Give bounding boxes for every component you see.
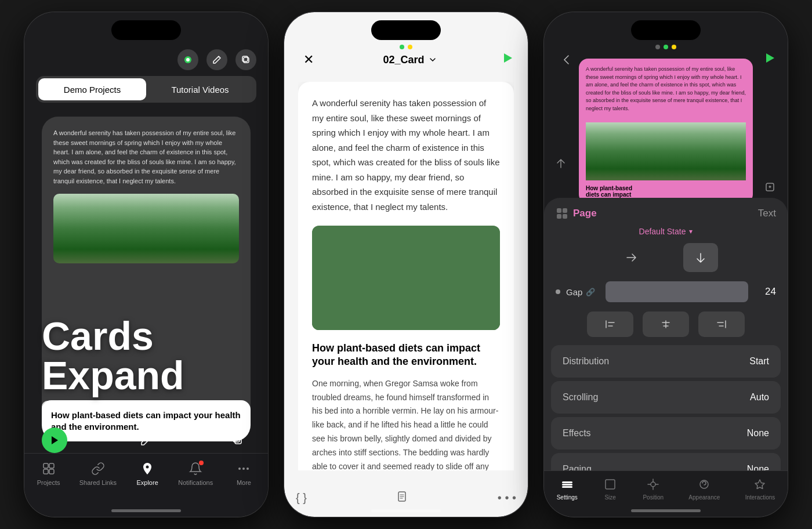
play-button-p2[interactable] (501, 52, 514, 68)
content-text: A wonderful serenity has taken possessio… (312, 96, 500, 214)
size-tab-icon (603, 477, 618, 492)
scrolling-value: Auto (750, 392, 769, 403)
home-indicator-1 (111, 509, 181, 512)
segment-control[interactable]: Demo Projects Tutorial Videos (36, 76, 256, 103)
record-icon[interactable] (177, 49, 198, 70)
pencil-icon-p1[interactable] (133, 427, 159, 453)
svg-rect-6 (44, 463, 48, 468)
effects-label: Effects (563, 428, 591, 439)
state-chevron: ▾ (689, 227, 693, 235)
arrow-down[interactable] (683, 243, 718, 272)
scrolling-row[interactable]: Scrolling Auto (551, 381, 781, 414)
state-selector[interactable]: Default State ▾ (544, 224, 788, 238)
nav-more-label: More (237, 479, 251, 486)
tab-appearance-label: Appearance (688, 494, 720, 501)
page-icon[interactable] (396, 491, 408, 505)
dynamic-island-3 (631, 20, 701, 40)
phone2-content: A wonderful serenity has taken possessio… (298, 82, 514, 470)
phone1-top-bar (24, 49, 268, 70)
svg-rect-7 (49, 463, 54, 468)
nav-projects[interactable]: Projects (31, 461, 66, 486)
circle-logo (42, 401, 53, 412)
content-article-title: How plant-based diets can impact your he… (312, 342, 500, 369)
settings-panel: Page Text Default State ▾ (544, 198, 788, 517)
gap-row: Gap 🔗 24 (544, 277, 788, 307)
svg-rect-9 (49, 469, 54, 474)
dynamic-island-1 (111, 20, 181, 40)
notifications-icon (187, 461, 204, 477)
code-icon[interactable]: { } (296, 491, 307, 505)
bottom-actions (42, 427, 251, 453)
align-right[interactable] (698, 311, 745, 337)
big-title: Cards Expand (42, 316, 251, 395)
effects-row[interactable]: Effects None (551, 417, 781, 450)
svg-point-10 (146, 466, 149, 469)
svg-rect-18 (557, 214, 561, 219)
nav-notifications[interactable]: Notifications (178, 461, 213, 486)
tab-settings[interactable]: Settings (557, 477, 578, 501)
panel-page-tab[interactable]: Page (573, 208, 597, 219)
interactions-tab-icon (752, 477, 767, 492)
svg-rect-21 (562, 484, 572, 485)
tab-size[interactable]: Size (603, 477, 618, 501)
svg-rect-8 (44, 469, 48, 474)
gap-value: 24 (759, 286, 776, 298)
content-body: One morning, when Gregor Samsa woke from… (312, 377, 500, 470)
align-center[interactable] (643, 311, 689, 337)
projects-icon (41, 461, 57, 477)
shared-links-icon (90, 461, 106, 477)
nav-more[interactable]: More (226, 461, 261, 486)
gap-color-swatch[interactable] (606, 281, 748, 302)
align-left[interactable] (587, 311, 633, 337)
state-label: Default State (639, 227, 686, 236)
dot-2-green (664, 45, 668, 49)
appearance-tab-icon (697, 477, 712, 492)
dot-menu[interactable]: • • • (498, 491, 516, 505)
add-icon[interactable] (764, 180, 777, 197)
svg-rect-19 (563, 214, 567, 219)
segment-demo-projects[interactable]: Demo Projects (38, 78, 146, 100)
distribution-row[interactable]: Distribution Start (551, 345, 781, 378)
explore-icon (139, 461, 155, 477)
card-preview-image (53, 194, 239, 263)
effects-value: None (747, 428, 769, 439)
settings-tab-icon (560, 477, 575, 492)
segment-tutorial-videos[interactable]: Tutorial Videos (146, 78, 254, 100)
created-by: Created by Play (42, 401, 251, 412)
align-row (544, 307, 788, 342)
svg-rect-5 (233, 436, 240, 442)
svg-rect-17 (563, 208, 567, 213)
dots-indicator-3 (655, 45, 676, 49)
duplicate-icon-p1[interactable] (225, 427, 251, 453)
panel-text-tab[interactable]: Text (758, 208, 776, 219)
tab-appearance[interactable]: Appearance (688, 477, 720, 501)
nav-shared-links[interactable]: Shared Links (79, 461, 117, 486)
tab-interactions[interactable]: Interactions (745, 477, 775, 501)
play-button-p1[interactable] (42, 427, 67, 453)
position-tab-icon (646, 477, 661, 492)
nav-explore[interactable]: Explore (130, 461, 165, 486)
close-button[interactable]: ✕ (298, 49, 319, 70)
tab-settings-label: Settings (557, 494, 578, 501)
tab-size-label: Size (604, 494, 615, 501)
tab-position[interactable]: Position (643, 477, 664, 501)
nav-projects-label: Projects (37, 479, 60, 486)
distribution-label: Distribution (563, 356, 609, 367)
scrolling-label: Scrolling (563, 392, 598, 403)
svg-point-24 (651, 482, 655, 487)
dynamic-island-2 (371, 20, 441, 40)
arrow-right[interactable] (614, 243, 648, 272)
panel-header: Page Text (544, 198, 788, 224)
up-arrow[interactable] (554, 157, 567, 172)
svg-rect-20 (562, 481, 572, 483)
home-indicator-3 (631, 509, 701, 512)
distribution-value: Start (749, 356, 769, 367)
edit-icon[interactable] (206, 49, 227, 70)
nav-explore-label: Explore (136, 479, 158, 486)
back-button[interactable] (556, 49, 577, 70)
preview-card-p3: A wonderful serenity has taken possessio… (579, 59, 753, 204)
big-title-overlay: Cards Expand Created by Play (42, 316, 251, 412)
play-button-p3[interactable] (763, 52, 776, 68)
svg-rect-4 (235, 437, 241, 444)
copy-icon[interactable] (235, 49, 256, 70)
